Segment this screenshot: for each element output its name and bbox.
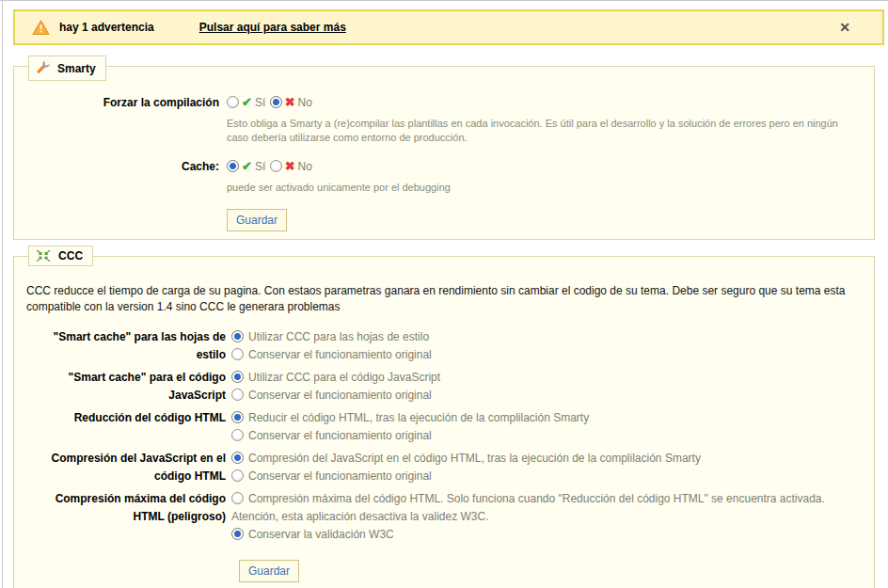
warning-count-text: hay 1 advertencia	[59, 21, 154, 34]
no-option-label: No	[298, 96, 312, 109]
smart-cache-js-row: "Smart cache" para el código JavaScript …	[24, 369, 864, 405]
smart-cache-css-use-radio[interactable]	[231, 330, 244, 342]
max-compression-w3c-option[interactable]: Conservar la validación W3C	[231, 526, 864, 544]
ccc-legend-label: CCC	[58, 249, 83, 262]
cross-icon: ✖	[285, 159, 295, 173]
max-compression-label: Compresión máxima del código HTML (pelig…	[24, 490, 226, 544]
option-label: Compresión del JavaScript en el código H…	[248, 452, 701, 465]
warning-bar: hay 1 advertencia Pulsar aquí para saber…	[13, 9, 884, 45]
smart-cache-css-keep-radio[interactable]	[231, 348, 244, 360]
html-reduction-keep-option[interactable]: Conservar el funcionamiento original	[231, 427, 864, 445]
yes-option-label: Sí	[255, 160, 265, 173]
cache-row: Cache: ✔ Sí ✖ No puede ser activado unic…	[24, 159, 864, 195]
force-compilation-row: Forzar la compilación ✔ Sí ✖ No Esto obl…	[24, 95, 864, 145]
smart-cache-css-keep-option[interactable]: Conservar el funcionamiento original	[231, 346, 864, 364]
ccc-legend: ↘↙ ↗↖ CCC	[28, 246, 93, 266]
smarty-legend: Smarty	[28, 56, 106, 81]
cache-yes-radio[interactable]	[227, 160, 239, 172]
force-compilation-no-radio[interactable]	[270, 96, 282, 108]
smarty-legend-label: Smarty	[57, 62, 96, 75]
option-label: Utilizar CCC para el código JavaScript	[248, 371, 440, 384]
cross-icon: ✖	[285, 95, 295, 109]
smart-cache-js-label: "Smart cache" para el código JavaScript	[24, 369, 226, 405]
force-compilation-yes-option[interactable]: ✔ Sí	[227, 95, 265, 109]
js-compression-enable-radio[interactable]	[231, 452, 244, 464]
check-icon: ✔	[242, 159, 252, 173]
smart-cache-js-use-option[interactable]: Utilizar CCC para el código JavaScript	[231, 369, 864, 387]
yes-option-label: Sí	[255, 96, 265, 109]
js-compression-keep-radio[interactable]	[231, 469, 244, 482]
smart-cache-css-row: "Smart cache" para las hojas de estilo U…	[24, 328, 864, 364]
html-reduction-row: Reducción del código HTML Reducir el cód…	[24, 409, 864, 445]
smarty-save-button[interactable]: Guardar	[227, 209, 287, 231]
smart-cache-js-keep-radio[interactable]	[231, 389, 244, 401]
ccc-save-button[interactable]: Guardar	[239, 560, 299, 582]
close-icon[interactable]: ✕	[839, 21, 850, 34]
html-reduction-enable-option[interactable]: Reducir el código HTML, tras la ejecució…	[231, 409, 864, 427]
option-label: Conservar el funcionamiento original	[248, 389, 432, 402]
option-label: Utilizar CCC para las hojas de estilo	[248, 330, 429, 343]
smarty-fieldset: Smarty Forzar la compilación ✔ Sí ✖ No E…	[13, 66, 875, 240]
ccc-intro-text: CCC reducce el tiempo de carga de su pag…	[26, 283, 871, 315]
html-reduction-enable-radio[interactable]	[231, 411, 244, 423]
option-label: Conservar la validación W3C	[248, 528, 394, 541]
option-label: Compresión máxima del código HTML. Solo …	[231, 492, 825, 523]
page-left-border	[2, 0, 3, 588]
max-compression-row: Compresión máxima del código HTML (pelig…	[24, 490, 864, 544]
js-compression-keep-option[interactable]: Conservar el funcionamiento original	[231, 468, 864, 485]
ccc-fieldset: ↘↙ ↗↖ CCC CCC reducce el tiempo de carga…	[13, 256, 875, 588]
js-compression-enable-option[interactable]: Compresión del JavaScript en el código H…	[231, 450, 864, 468]
force-compilation-yes-radio[interactable]	[227, 96, 239, 108]
cache-no-radio[interactable]	[270, 160, 282, 172]
no-option-label: No	[298, 160, 312, 173]
smart-cache-js-use-radio[interactable]	[231, 371, 244, 383]
option-label: Conservar el funcionamiento original	[248, 348, 432, 361]
cache-description: puede ser activado unicamente por el deb…	[227, 181, 852, 195]
cache-label: Cache:	[24, 159, 219, 195]
max-compression-enable-option[interactable]: Compresión máxima del código HTML. Solo …	[231, 490, 864, 526]
option-label: Reducir el código HTML, tras la ejecució…	[248, 411, 589, 424]
wrench-icon	[36, 59, 51, 77]
cache-yes-option[interactable]: ✔ Sí	[227, 159, 265, 173]
force-compilation-label: Forzar la compilación	[24, 95, 219, 145]
js-compression-row: Compresión del JavaScript en el código H…	[24, 450, 864, 485]
js-compression-label: Compresión del JavaScript en el código H…	[24, 450, 226, 485]
compress-arrows-icon: ↘↙ ↗↖	[36, 249, 52, 262]
option-label: Conservar el funcionamiento original	[248, 429, 432, 442]
warning-details-link[interactable]: Pulsar aquí para saber más	[199, 21, 346, 34]
warning-triangle-icon	[32, 20, 50, 36]
max-compression-w3c-radio[interactable]	[231, 528, 244, 540]
html-reduction-label: Reducción del código HTML	[24, 409, 226, 445]
smart-cache-js-keep-option[interactable]: Conservar el funcionamiento original	[231, 387, 864, 405]
option-label: Conservar el funcionamiento original	[248, 469, 432, 483]
page-top-border	[0, 0, 888, 1]
force-compilation-description: Esto obliga a Smarty a (re)compilar las …	[227, 117, 852, 145]
cache-no-option[interactable]: ✖ No	[270, 159, 312, 173]
max-compression-enable-radio[interactable]	[231, 492, 244, 504]
html-reduction-keep-radio[interactable]	[231, 429, 244, 441]
smart-cache-css-use-option[interactable]: Utilizar CCC para las hojas de estilo	[231, 328, 864, 346]
smart-cache-css-label: "Smart cache" para las hojas de estilo	[24, 328, 226, 364]
force-compilation-no-option[interactable]: ✖ No	[270, 95, 312, 109]
check-icon: ✔	[242, 95, 252, 109]
